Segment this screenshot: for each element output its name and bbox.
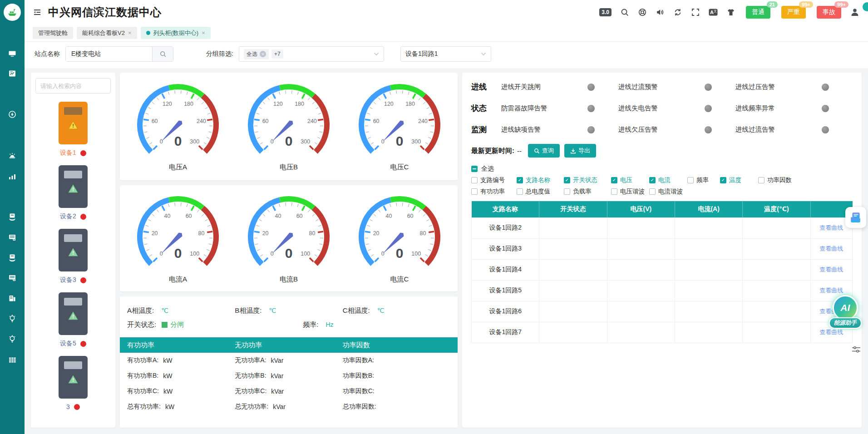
- menu-fold-icon[interactable]: [33, 8, 42, 17]
- column-filter-电流[interactable]: 电流: [649, 176, 687, 184]
- volume-icon[interactable]: [656, 8, 665, 17]
- column-filter-支路编号[interactable]: 支路编号: [471, 176, 517, 184]
- table-header-支路名称: 支路名称: [472, 201, 539, 217]
- sidebar-item-building[interactable]: [0, 293, 25, 304]
- device-item-设备5[interactable]: !设备5: [35, 292, 111, 348]
- column-filter-功率因数[interactable]: 功率因数: [758, 176, 802, 184]
- tab-close-icon[interactable]: ×: [128, 30, 132, 36]
- circuit-name-cell: 设备1回路6: [472, 301, 539, 322]
- checkbox-icon[interactable]: [564, 188, 570, 195]
- view-curve-link[interactable]: 查看曲线: [819, 224, 843, 231]
- fullscreen-icon[interactable]: [691, 8, 700, 17]
- group-tag-all[interactable]: 全选×: [244, 49, 269, 59]
- checkbox-icon[interactable]: [649, 177, 656, 183]
- sidebar-item-energy[interactable]: [0, 109, 25, 120]
- sidebar-item-grid[interactable]: [0, 355, 25, 365]
- report-float-button[interactable]: [845, 207, 866, 228]
- power-cell: 总有功功率:kW: [127, 403, 235, 411]
- sidebar-item-chart[interactable]: [0, 171, 25, 182]
- svg-text:0: 0: [160, 250, 163, 256]
- column-filter-电压[interactable]: 电压: [611, 176, 649, 184]
- power-cell: 总功率因数:: [343, 403, 450, 411]
- query-button[interactable]: 查询: [528, 144, 560, 158]
- export-button[interactable]: 导出: [564, 144, 596, 158]
- checkbox-icon[interactable]: [471, 177, 478, 183]
- translate-icon[interactable]: A文: [709, 8, 718, 17]
- checkbox-label: 支路名称: [526, 176, 550, 184]
- checkbox-icon[interactable]: [471, 188, 478, 195]
- checkbox-icon[interactable]: [758, 177, 764, 183]
- ai-assistant-widget[interactable]: AI 能源助手: [826, 295, 864, 329]
- circuit-name-cell: 设备1回路3: [472, 238, 539, 259]
- tab-能耗综合看板V2[interactable]: 能耗综合看板V2×: [77, 27, 137, 39]
- view-curve-link[interactable]: 查看曲线: [819, 329, 843, 335]
- group-filter-select[interactable]: 全选× +7: [239, 46, 384, 62]
- device-item-设备2[interactable]: !设备2: [35, 165, 111, 221]
- sidebar-item-cabinet[interactable]: [0, 232, 25, 243]
- tab-close-icon[interactable]: ×: [202, 30, 205, 36]
- power-label: 总无功功率:: [235, 403, 268, 411]
- svg-text:0: 0: [285, 133, 293, 148]
- site-search-button[interactable]: [152, 47, 173, 61]
- column-filter-负载率[interactable]: 负载率: [564, 187, 611, 196]
- sidebar-item-report[interactable]: [0, 68, 25, 79]
- alarm-button-普通[interactable]: 普通21: [746, 6, 770, 19]
- device-cabinet-icon: !: [59, 356, 88, 399]
- user-avatar-icon[interactable]: [850, 7, 860, 17]
- column-filter-开关状态[interactable]: 开关状态: [564, 176, 611, 184]
- checkbox-icon[interactable]: [564, 177, 570, 183]
- voltage-gauges-card: 0601201802403000电压A0601201802403000电压B06…: [120, 73, 458, 180]
- checkbox-icon[interactable]: [649, 188, 656, 195]
- sidebar-item-cabinet-2[interactable]: [0, 272, 25, 283]
- alarm-button-严重[interactable]: 严重99+: [781, 6, 806, 19]
- sidebar-item-screen[interactable]: [0, 48, 25, 59]
- column-filter-电压谐波[interactable]: 电压谐波: [611, 187, 649, 196]
- tag-close-icon[interactable]: ×: [260, 51, 266, 57]
- device-item-设备1[interactable]: !设备1: [35, 102, 111, 157]
- column-filter-总电度值[interactable]: 总电度值: [517, 187, 564, 196]
- sidebar-item-device-hand[interactable]: [0, 212, 25, 222]
- tab-列头柜(数据中心)[interactable]: 列头柜(数据中心)×: [141, 27, 211, 39]
- device-item-3[interactable]: !3: [35, 356, 111, 410]
- device-status-dot: [80, 341, 86, 347]
- help-icon[interactable]: [638, 8, 647, 17]
- column-filter-温度[interactable]: 温度: [720, 176, 758, 184]
- warning-triangle-icon: !: [68, 184, 78, 193]
- sidebar-item-device-hand-2[interactable]: [0, 252, 25, 263]
- refresh-icon[interactable]: [673, 8, 682, 17]
- theme-icon[interactable]: [726, 8, 735, 17]
- view-curve-link[interactable]: 查看曲线: [819, 245, 843, 252]
- svg-text:!: !: [72, 314, 74, 319]
- alarm-button-事故[interactable]: 事故99+: [817, 6, 841, 19]
- column-filter-支路名称[interactable]: 支路名称: [517, 176, 564, 184]
- column-filter-频率[interactable]: 频率: [687, 176, 720, 184]
- column-filter-电流谐波[interactable]: 电流谐波: [649, 187, 687, 196]
- checkbox-icon[interactable]: [611, 188, 617, 195]
- svg-text:60: 60: [262, 118, 269, 124]
- checkbox-icon[interactable]: [517, 177, 523, 183]
- checkbox-icon[interactable]: [517, 188, 523, 195]
- search-icon[interactable]: [620, 8, 629, 17]
- column-filter-有功功率[interactable]: 有功功率: [471, 187, 517, 196]
- phase-temp-unit: ℃: [161, 307, 168, 314]
- checkbox-icon[interactable]: [687, 177, 694, 183]
- table-settings-icon[interactable]: [852, 346, 861, 353]
- phase-temp-metric: A相温度:℃: [127, 306, 235, 315]
- sidebar-item-siren[interactable]: [0, 151, 25, 162]
- site-name-input[interactable]: [66, 47, 152, 61]
- circuit-select[interactable]: 设备1回路1: [400, 46, 491, 62]
- tab-管理驾驶舱[interactable]: 管理驾驶舱: [33, 27, 73, 39]
- sidebar-item-bulb-2[interactable]: [0, 334, 25, 345]
- value-cell: [539, 280, 607, 301]
- device-search-input[interactable]: [35, 78, 111, 94]
- alarm-status-dot: [705, 105, 712, 112]
- checkbox-icon[interactable]: [611, 177, 617, 183]
- view-curve-link[interactable]: 查看曲线: [819, 287, 843, 294]
- svg-text:60: 60: [186, 212, 192, 219]
- checkbox-icon[interactable]: [720, 177, 726, 183]
- sidebar-item-bulb[interactable]: [0, 313, 25, 324]
- device-item-设备3[interactable]: !设备3: [35, 229, 111, 284]
- view-curve-link[interactable]: 查看曲线: [819, 266, 843, 273]
- select-all-checkbox[interactable]: [471, 166, 478, 172]
- alarm-item: 进线过压告警: [735, 83, 853, 91]
